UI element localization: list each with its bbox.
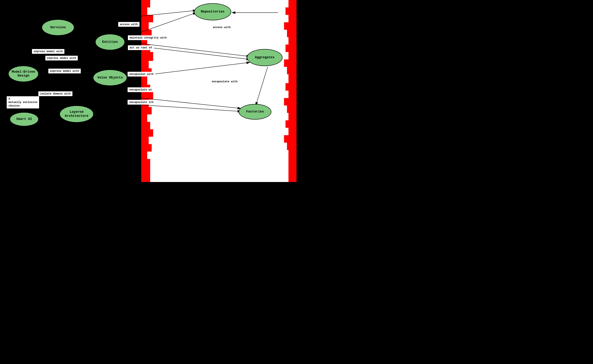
svg-rect-30 xyxy=(284,59,296,67)
value-objects-node: Value Objects xyxy=(93,70,127,86)
svg-rect-2 xyxy=(141,15,153,22)
encapsulate-with-label-4: encapsulate ith xyxy=(127,100,155,104)
encapsulate-with-label-2: encapsulate with xyxy=(210,79,239,84)
mutually-exclusive-label: Xmutually exclusivechoices xyxy=(7,96,39,109)
svg-rect-8 xyxy=(141,61,149,68)
svg-rect-24 xyxy=(288,15,296,22)
svg-rect-27 xyxy=(288,37,296,45)
svg-rect-19 xyxy=(141,144,152,151)
svg-rect-1 xyxy=(141,7,147,15)
express-model-label-3: express model with xyxy=(48,69,81,73)
svg-rect-36 xyxy=(287,105,296,113)
encapsulate-with-label-1: encapsulat with xyxy=(127,72,155,77)
svg-rect-14 xyxy=(141,107,152,114)
svg-rect-41 xyxy=(287,143,296,150)
access-with-label-1: access with xyxy=(118,22,140,27)
svg-rect-35 xyxy=(284,98,296,105)
svg-rect-33 xyxy=(286,83,296,91)
svg-rect-17 xyxy=(141,129,153,137)
svg-rect-25 xyxy=(284,22,296,30)
svg-rect-3 xyxy=(141,22,149,30)
left-panel xyxy=(0,0,149,182)
svg-rect-42 xyxy=(288,150,296,182)
svg-rect-40 xyxy=(284,135,296,143)
encapsulate-with-label-3: encapsulate wi xyxy=(127,87,153,92)
svg-rect-32 xyxy=(288,74,296,83)
svg-rect-39 xyxy=(288,128,296,135)
svg-rect-23 xyxy=(286,7,296,15)
svg-rect-18 xyxy=(141,137,149,144)
svg-rect-34 xyxy=(288,91,296,98)
svg-rect-37 xyxy=(288,113,296,120)
aggregates-node: Aggregates xyxy=(247,49,282,66)
repositories-node: Repositories xyxy=(194,3,231,20)
svg-rect-12 xyxy=(141,92,153,99)
svg-rect-16 xyxy=(141,122,150,129)
model-driven-node: Model-DrivenDesign xyxy=(8,66,39,82)
maintain-integrity-label: maintain integrity with xyxy=(128,35,168,40)
svg-rect-10 xyxy=(141,76,147,85)
svg-rect-21 xyxy=(141,159,150,182)
svg-rect-15 xyxy=(141,114,147,122)
svg-rect-26 xyxy=(287,30,296,37)
svg-rect-20 xyxy=(141,151,147,159)
factories-node: Factories xyxy=(239,104,271,120)
svg-rect-22 xyxy=(288,0,296,7)
svg-rect-0 xyxy=(141,0,150,7)
access-with-label-2: access with xyxy=(211,25,233,30)
svg-rect-29 xyxy=(288,52,296,59)
svg-rect-7 xyxy=(141,52,153,61)
act-as-root-label: act as root of xyxy=(128,45,154,50)
services-node: Services xyxy=(42,19,74,36)
svg-rect-38 xyxy=(286,120,296,128)
express-model-label-2: express model with xyxy=(45,56,78,60)
svg-rect-28 xyxy=(286,45,296,52)
layered-architecture-node: LayeredArchitecture xyxy=(60,105,94,123)
express-model-label-1: express model with xyxy=(32,49,64,54)
isolate-domain-label: isolate domain with xyxy=(38,91,73,96)
svg-rect-31 xyxy=(287,67,296,74)
smart-ui-node: Smart UI xyxy=(10,112,39,126)
entities-node: Entities xyxy=(95,34,125,50)
